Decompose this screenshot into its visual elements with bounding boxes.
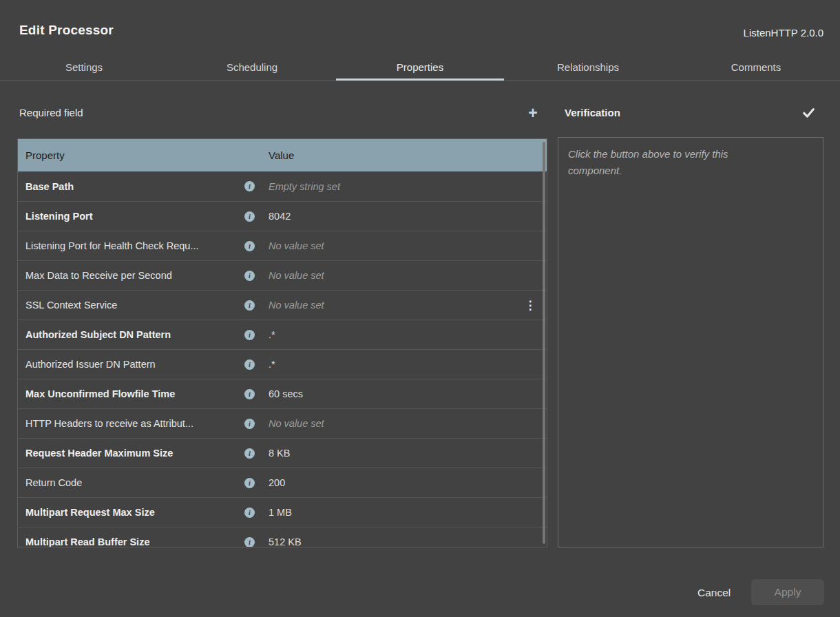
property-name: Multipart Request Max Size	[18, 507, 244, 518]
table-row[interactable]: Multipart Read Buffer Sizei512 KB	[18, 527, 547, 547]
required-field-label: Required field	[19, 107, 83, 118]
property-value[interactable]: No value set	[269, 240, 538, 251]
page-title: Edit Processor	[19, 23, 114, 38]
property-name: SSL Context Service	[18, 300, 244, 311]
tab-relationships[interactable]: Relationships	[504, 54, 672, 80]
property-name: Max Unconfirmed Flowfile Time	[18, 388, 244, 399]
column-header-value: Value	[244, 149, 294, 161]
cancel-button[interactable]: Cancel	[685, 580, 743, 606]
info-icon[interactable]: i	[244, 389, 255, 399]
property-value[interactable]: 8042	[269, 211, 538, 222]
verification-results-panel: Click the button above to verify this co…	[558, 137, 823, 547]
table-row[interactable]: Max Unconfirmed Flowfile Timei60 secs	[18, 379, 547, 408]
property-name: Request Header Maximum Size	[18, 448, 244, 459]
table-row[interactable]: Request Header Maximum Sizei8 KB	[18, 438, 547, 468]
verification-label: Verification	[565, 107, 620, 118]
property-table: Property Value Base PathiEmpty string se…	[17, 138, 547, 547]
property-value[interactable]: No value set	[269, 418, 538, 429]
property-value[interactable]: 8 KB	[269, 448, 538, 459]
table-row[interactable]: Authorized Issuer DN Patterni.*	[18, 349, 547, 379]
info-icon[interactable]: i	[244, 211, 255, 222]
info-icon[interactable]: i	[244, 537, 255, 547]
property-value[interactable]: No value set	[269, 270, 538, 281]
info-icon[interactable]: i	[244, 419, 255, 429]
tab-scheduling[interactable]: Scheduling	[168, 54, 336, 80]
check-icon	[802, 106, 815, 122]
table-scrollbar[interactable]	[543, 142, 545, 544]
property-name: Multipart Read Buffer Size	[18, 536, 244, 547]
verification-message: Click the button above to verify this co…	[568, 146, 781, 179]
table-row[interactable]: Authorized Subject DN Patterni.*	[18, 320, 547, 349]
table-row[interactable]: Base PathiEmpty string set	[18, 171, 547, 201]
info-icon[interactable]: i	[244, 330, 255, 340]
tab-properties[interactable]: Properties	[336, 54, 504, 80]
property-name: Listening Port	[18, 211, 244, 222]
property-name: HTTP Headers to receive as Attribut...	[18, 418, 244, 429]
verify-button[interactable]	[800, 105, 817, 122]
add-property-button[interactable]: +	[523, 103, 543, 123]
property-name: Authorized Issuer DN Pattern	[18, 359, 244, 370]
info-icon[interactable]: i	[244, 478, 255, 488]
info-icon[interactable]: i	[244, 241, 255, 251]
table-row[interactable]: Return Codei200	[18, 468, 547, 497]
property-value[interactable]: 200	[269, 477, 538, 488]
info-icon[interactable]: i	[244, 508, 255, 518]
more-options-icon[interactable]: ⋮	[522, 298, 538, 313]
plus-icon: +	[528, 105, 537, 121]
component-version: ListenHTTP 2.0.0	[744, 27, 823, 39]
table-row[interactable]: Max Data to Receive per SecondiNo value …	[18, 260, 547, 290]
property-value[interactable]: .*	[269, 359, 538, 370]
info-icon[interactable]: i	[244, 359, 255, 370]
info-icon[interactable]: i	[244, 300, 255, 311]
property-name: Authorized Subject DN Pattern	[18, 329, 244, 340]
table-row[interactable]: Listening Port for Health Check Requ...i…	[18, 231, 547, 260]
table-row[interactable]: SSL Context ServiceiNo value set⋮	[18, 290, 547, 320]
property-name: Max Data to Receive per Second	[18, 270, 244, 281]
info-icon[interactable]: i	[244, 271, 255, 281]
info-icon[interactable]: i	[244, 181, 255, 191]
table-row[interactable]: Multipart Request Max Sizei1 MB	[18, 497, 547, 527]
table-header-row: Property Value	[18, 139, 547, 171]
property-value[interactable]: 60 secs	[269, 388, 538, 399]
property-value[interactable]: 512 KB	[269, 536, 538, 547]
property-value[interactable]: .*	[269, 329, 538, 340]
column-header-property: Property	[18, 149, 244, 161]
tab-comments[interactable]: Comments	[672, 54, 840, 80]
tab-settings[interactable]: Settings	[0, 54, 168, 80]
apply-button[interactable]: Apply	[751, 579, 824, 605]
property-value[interactable]: Empty string set	[269, 181, 538, 192]
property-name: Return Code	[18, 477, 244, 488]
table-row[interactable]: HTTP Headers to receive as Attribut...iN…	[18, 408, 547, 438]
property-name: Base Path	[18, 181, 244, 192]
tab-bar: Settings Scheduling Properties Relations…	[0, 54, 840, 81]
property-table-body: Base PathiEmpty string setListening Port…	[18, 171, 547, 547]
property-value[interactable]: No value set	[269, 300, 522, 311]
info-icon[interactable]: i	[244, 448, 255, 459]
property-name: Listening Port for Health Check Requ...	[18, 240, 244, 251]
property-value[interactable]: 1 MB	[269, 507, 538, 518]
table-row[interactable]: Listening Porti8042	[18, 201, 547, 231]
